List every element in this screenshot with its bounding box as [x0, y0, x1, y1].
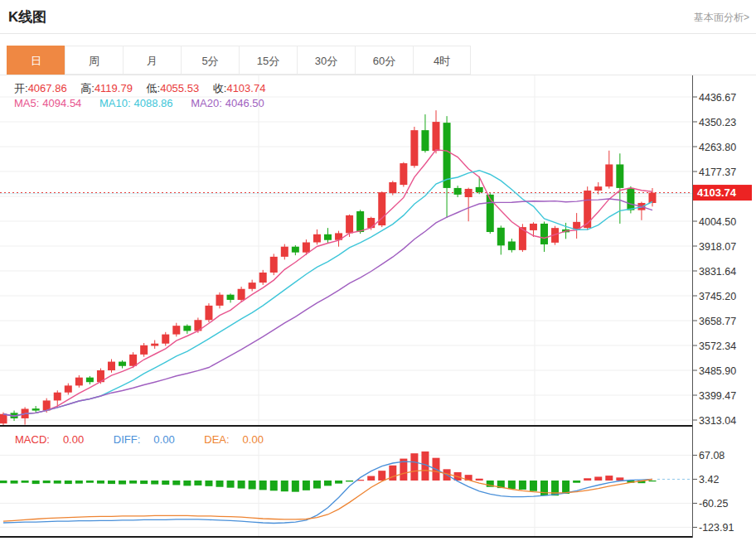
macd-axis-label: 67.08 [699, 450, 724, 461]
low-label: 低: [147, 82, 161, 94]
macd-bar [292, 481, 299, 492]
macd-bar [11, 481, 18, 484]
y-axis-label: 4177.37 [699, 167, 736, 178]
macd-bar [54, 481, 61, 484]
ma-legend: MA5:4094.54 MA10:4088.86 MA20:4046.50 [14, 97, 268, 109]
macd-bar [519, 481, 526, 490]
tab-60min[interactable]: 60分 [355, 46, 413, 75]
macd-bar [65, 481, 72, 484]
candle-body [454, 188, 462, 195]
macd-bar [162, 481, 169, 485]
macd-bar [172, 481, 180, 485]
y-axis-label: 3399.47 [699, 390, 736, 402]
macd-bar [378, 471, 385, 481]
ma5-value: 4094.54 [42, 97, 81, 109]
current-price-tag-label: 4103.74 [697, 186, 737, 199]
candle-body [162, 335, 169, 344]
low-value: 4055.53 [160, 82, 199, 94]
candle-body [476, 187, 483, 192]
macd-bar [508, 481, 516, 489]
y-axis-label: 4004.50 [699, 216, 736, 228]
ma5-label: MA5: [14, 97, 39, 109]
macd-bar [584, 478, 591, 481]
y-axis-label: 3831.64 [699, 266, 736, 278]
dea-line [3, 471, 652, 522]
macd-bar [97, 481, 104, 484]
candle-body [487, 195, 494, 232]
macd-bar [616, 477, 623, 481]
fundamental-analysis-link[interactable]: 基本面分析> [694, 11, 749, 25]
candle-body [151, 344, 158, 346]
candle-body [0, 414, 7, 423]
macd-bar [22, 481, 29, 483]
macd-bar [335, 481, 342, 484]
candle-body [324, 234, 332, 240]
macd-bar [205, 481, 212, 486]
tab-month[interactable]: 月 [123, 46, 181, 75]
close-value: 4103.74 [226, 82, 265, 94]
candle-body [292, 247, 299, 253]
candle-body [410, 130, 418, 166]
tab-4hour[interactable]: 4时 [413, 46, 471, 75]
candle-body [616, 164, 623, 187]
macd-bar [249, 481, 256, 489]
candle-body [594, 186, 602, 191]
macd-bar [86, 481, 94, 483]
macd-bar [194, 481, 201, 485]
candle-body [216, 295, 224, 306]
macd-bar [238, 481, 245, 489]
macd-bar [216, 481, 224, 487]
macd-bar [281, 481, 288, 491]
open-label: 开: [14, 82, 28, 94]
macd-bar [540, 481, 548, 495]
macd-value: MACD:0.00 [15, 433, 97, 446]
macd-bar [562, 481, 569, 494]
y-axis-label: 3485.90 [699, 365, 736, 377]
macd-bar [605, 476, 613, 481]
tab-5min[interactable]: 5分 [181, 46, 239, 75]
candle-body [530, 224, 537, 230]
close-label: 收: [213, 82, 227, 94]
candle-body [605, 164, 613, 186]
candle-body [172, 326, 180, 334]
candle-body [584, 191, 591, 228]
macd-bar [303, 481, 310, 490]
macd-bar [594, 476, 602, 481]
macd-bar [108, 481, 115, 484]
open-value: 4067.86 [28, 82, 67, 94]
macd-bar [227, 481, 235, 488]
ma20-value: 4046.50 [225, 97, 264, 109]
candle-body [140, 345, 148, 355]
candle-body [433, 122, 440, 151]
tab-day[interactable]: 日 [7, 46, 65, 75]
tab-30min[interactable]: 30分 [297, 46, 355, 75]
candle-body [205, 306, 212, 320]
macd-bar [476, 479, 483, 481]
candle-body [508, 241, 516, 249]
candle-body [389, 182, 396, 193]
dea-value: DEA:0.00 [204, 433, 277, 446]
macd-bar [270, 481, 278, 490]
macd-bar [129, 481, 137, 484]
candle-body [465, 189, 472, 197]
page-title: K线图 [8, 7, 46, 27]
candle-body [54, 393, 61, 401]
candle-body [86, 378, 94, 383]
tab-15min[interactable]: 15分 [239, 46, 297, 75]
macd-bar [410, 453, 418, 481]
macd-bar [75, 481, 83, 484]
y-axis-label: 4350.23 [699, 117, 736, 128]
candle-body [400, 163, 407, 185]
diff-value: DIFF:0.00 [114, 433, 188, 446]
macd-legend: MACD:0.00 DIFF:0.00 DEA:0.00 [15, 433, 290, 446]
candle-body [281, 247, 288, 257]
candle-body [119, 362, 126, 366]
macd-bar [259, 481, 267, 490]
candle-body [346, 215, 353, 234]
high-value: 4119.79 [94, 82, 133, 94]
y-axis-label: 3745.20 [699, 291, 736, 302]
macd-axis-label: -60.25 [699, 498, 728, 510]
tab-week[interactable]: 周 [65, 46, 123, 75]
macd-bar [32, 481, 40, 484]
candle-body [227, 295, 235, 300]
